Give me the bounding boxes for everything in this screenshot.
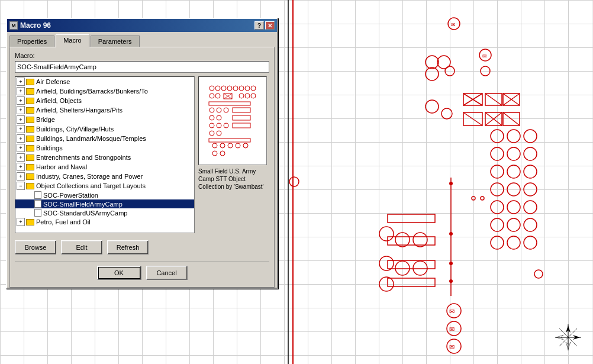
help-button[interactable]: ? (254, 21, 264, 30)
tree-label-industry: Industry, Cranes, Storage and Power (36, 173, 143, 180)
folder-icon-harbor (26, 164, 34, 170)
dialog-content-area: Macro: + Air Defense + Airfield, Buildin… (9, 47, 275, 288)
expander-buildings-landmark[interactable]: + (17, 134, 25, 143)
edit-button[interactable]: Edit (61, 240, 102, 255)
action-buttons-row: Browse Edit Refresh (15, 238, 269, 257)
tree-label-harbor: Harbor and Naval (36, 163, 87, 170)
tree-item-buildings-landmark[interactable]: + Buildings, Landmark/Mosque/Temples (15, 134, 194, 143)
tree-label-entrenchments: Entrenchments and Strongpoints (36, 154, 131, 161)
preview-image (198, 76, 267, 165)
expander-buildings[interactable]: + (17, 144, 25, 152)
folder-icon-buildings-city (26, 126, 34, 133)
folder-icon-object-collections (26, 183, 34, 189)
tree-label-soc-smallfield: SOC-SmallFieldArmyCamp (43, 201, 123, 208)
tree-item-harbor[interactable]: + Harbor and Naval (15, 162, 194, 172)
ok-button[interactable]: OK (97, 266, 141, 280)
tree-item-industry[interactable]: + Industry, Cranes, Storage and Power (15, 172, 194, 181)
tab-macro[interactable]: Macro (56, 34, 89, 47)
tree-label-air-defense: Air Defense (36, 78, 70, 85)
tree-label-buildings-landmark: Buildings, Landmark/Mosque/Temples (36, 135, 146, 142)
file-icon-soc-powerstation (34, 191, 41, 199)
tree-item-petro[interactable]: + Petro, Fuel and Oil (15, 217, 194, 227)
tab-parameters[interactable]: Parameters (91, 36, 140, 47)
expander-airfield-shelters[interactable]: + (17, 106, 25, 114)
folder-icon-airfield-shelters (26, 107, 34, 114)
tab-properties[interactable]: Properties (9, 36, 54, 47)
folder-icon-bridge (26, 117, 34, 123)
folder-icon-buildings-landmark (26, 136, 34, 142)
folder-icon-airfield-buildings (26, 88, 34, 95)
preview-svg (200, 79, 265, 162)
expander-object-collections[interactable]: − (17, 182, 25, 190)
tree-item-soc-standardus[interactable]: SOC-StandardUSArmyCamp (15, 208, 194, 217)
tree-item-soc-smallfield[interactable]: SOC-SmallFieldArmyCamp (15, 199, 194, 208)
file-icon-soc-smallfield (34, 200, 41, 208)
tree-label-buildings: Buildings (36, 144, 63, 152)
browse-button[interactable]: Browse (15, 240, 56, 255)
cancel-button[interactable]: Cancel (146, 266, 188, 280)
folder-icon-buildings (26, 145, 34, 152)
tree-item-bridge[interactable]: + Bridge (15, 115, 194, 124)
dialog-icon: M (9, 21, 18, 30)
tree-item-object-collections[interactable]: − Object Collections and Target Layouts (15, 181, 194, 191)
macro-dialog: M Macro 96 ? ✕ Properties Macro Paramete… (6, 18, 278, 289)
tree-label-airfield-buildings: Airfield, Buildings/Barracks/Bunkers/To (36, 88, 148, 95)
folder-icon-petro (26, 219, 34, 226)
tree-label-bridge: Bridge (36, 116, 55, 123)
tab-bar: Properties Macro Parameters (7, 32, 277, 47)
expander-entrenchments[interactable]: + (17, 153, 25, 162)
ok-cancel-row: OK Cancel (15, 262, 269, 282)
dialog-title: Macro 96 (20, 21, 51, 30)
tree-item-airfield-shelters[interactable]: + Airfield, Shelters/Hangars/Pits (15, 105, 194, 115)
tree-label-soc-standardus: SOC-StandardUSArmyCamp (43, 210, 127, 217)
tree-label-airfield-objects: Airfield, Objects (36, 97, 82, 104)
title-bar: M Macro 96 ? ✕ (7, 19, 277, 32)
folder-icon-industry (26, 173, 34, 180)
expander-industry[interactable]: + (17, 172, 25, 181)
macro-label: Macro: (15, 52, 269, 59)
macro-input[interactable] (15, 61, 269, 73)
tree-label-buildings-city: Buildings, City/Village/Huts (36, 125, 114, 133)
main-section: + Air Defense + Airfield, Buildings/Barr… (15, 76, 269, 233)
tree-item-entrenchments[interactable]: + Entrenchments and Strongpoints (15, 153, 194, 162)
tree-label-airfield-shelters: Airfield, Shelters/Hangars/Pits (36, 107, 123, 114)
folder-icon-entrenchments (26, 154, 34, 161)
tree-container: + Air Defense + Airfield, Buildings/Barr… (15, 76, 195, 233)
expander-bridge[interactable]: + (17, 115, 25, 124)
expander-airfield-objects[interactable]: + (17, 96, 25, 105)
tree-item-buildings-city[interactable]: + Buildings, City/Village/Huts (15, 124, 194, 134)
folder-icon-air-defense (26, 79, 34, 85)
svg-rect-84 (200, 79, 265, 162)
expander-buildings-city[interactable]: + (17, 125, 25, 133)
tree-item-airfield-objects[interactable]: + Airfield, Objects (15, 96, 194, 105)
expander-harbor[interactable]: + (17, 163, 25, 171)
refresh-button[interactable]: Refresh (107, 240, 149, 255)
expander-air-defense[interactable]: + (17, 78, 25, 86)
tree-scroll[interactable]: + Air Defense + Airfield, Buildings/Barr… (15, 77, 194, 233)
tree-item-air-defense[interactable]: + Air Defense (15, 77, 194, 86)
tree-item-buildings[interactable]: + Buildings (15, 143, 194, 153)
file-icon-soc-standardus (34, 209, 41, 217)
tree-label-petro: Petro, Fuel and Oil (36, 218, 91, 226)
tree-label-soc-powerstation: SOC-PowerStation (43, 192, 98, 199)
preview-caption: Small Field U.S. Army Camp STT Object Co… (198, 167, 269, 191)
expander-petro[interactable]: + (17, 218, 25, 226)
tree-label-object-collections: Object Collections and Target Layouts (36, 182, 146, 189)
expander-airfield-buildings[interactable]: + (17, 87, 25, 95)
close-button[interactable]: ✕ (265, 21, 275, 30)
tree-item-airfield-buildings[interactable]: + Airfield, Buildings/Barracks/Bunkers/T… (15, 86, 194, 96)
preview-panel: Small Field U.S. Army Camp STT Object Co… (198, 76, 269, 233)
tree-item-soc-powerstation[interactable]: SOC-PowerStation (15, 191, 194, 199)
folder-icon-airfield-objects (26, 98, 34, 104)
